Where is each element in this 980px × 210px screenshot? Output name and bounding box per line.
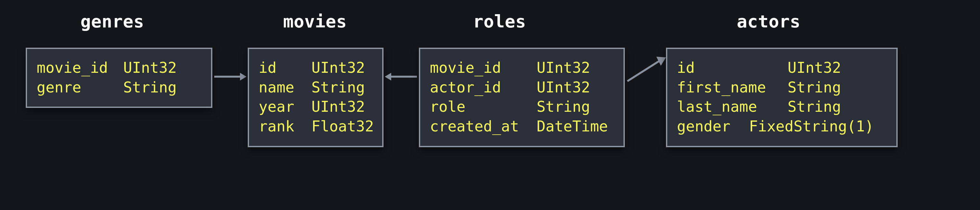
column-name: genre xyxy=(37,78,109,97)
table-row: actor_id UInt32 xyxy=(430,78,614,97)
column-type: String xyxy=(537,97,590,117)
table-row: movie_id UInt32 xyxy=(430,58,614,78)
column-type: UInt32 xyxy=(312,97,365,117)
column-name: movie_id xyxy=(37,58,109,78)
table-box-roles: movie_id UInt32 actor_id UInt32 role Str… xyxy=(419,48,625,147)
column-name: gender xyxy=(677,117,735,136)
table-title-actors: actors xyxy=(737,11,800,32)
column-name: last_name xyxy=(677,97,773,117)
column-name: name xyxy=(259,78,297,97)
column-type: FixedString(1) xyxy=(749,117,874,136)
column-name: movie_id xyxy=(430,58,522,78)
table-row: id UInt32 xyxy=(677,58,887,78)
column-type: UInt32 xyxy=(312,58,365,78)
column-type: UInt32 xyxy=(788,58,841,78)
svg-line-4 xyxy=(627,61,659,81)
relation-arrow-roles-actors xyxy=(625,55,667,84)
relation-arrow-roles-movies xyxy=(384,70,418,83)
table-title-movies: movies xyxy=(283,11,347,32)
column-type: String xyxy=(123,78,177,97)
column-type: UInt32 xyxy=(123,58,177,78)
column-type: DateTime xyxy=(537,117,608,136)
column-type: String xyxy=(788,97,841,117)
column-type: Float32 xyxy=(312,117,374,136)
relation-arrow-genres-movies xyxy=(213,70,247,83)
table-row: name String xyxy=(259,78,372,97)
table-row: id UInt32 xyxy=(259,58,372,78)
table-title-genres: genres xyxy=(80,11,144,32)
column-type: UInt32 xyxy=(537,78,590,97)
table-row: gender FixedString(1) xyxy=(677,117,887,136)
table-row: role String xyxy=(430,97,614,117)
table-row: created_at DateTime xyxy=(430,117,614,136)
table-row: last_name String xyxy=(677,97,887,117)
table-row: rank Float32 xyxy=(259,117,372,136)
table-box-movies: id UInt32 name String year UInt32 rank F… xyxy=(248,48,383,147)
column-name: role xyxy=(430,97,522,117)
svg-marker-1 xyxy=(240,73,247,80)
column-name: first_name xyxy=(677,78,773,97)
table-row: movie_id UInt32 xyxy=(37,58,201,78)
table-box-genres: movie_id UInt32 genre String xyxy=(26,48,212,108)
column-name: year xyxy=(259,97,297,117)
column-name: rank xyxy=(259,117,297,136)
svg-marker-3 xyxy=(385,73,391,80)
column-type: String xyxy=(312,78,365,97)
column-type: String xyxy=(788,78,841,97)
column-type: UInt32 xyxy=(537,58,590,78)
schema-diagram: genres movies roles actors movie_id UInt… xyxy=(0,0,980,210)
table-title-roles: roles xyxy=(473,11,526,32)
table-row: year UInt32 xyxy=(259,97,372,117)
column-name: created_at xyxy=(430,117,522,136)
column-name: id xyxy=(259,58,297,78)
column-name: actor_id xyxy=(430,78,522,97)
table-box-actors: id UInt32 first_name String last_name St… xyxy=(666,48,898,147)
table-row: genre String xyxy=(37,78,201,97)
table-row: first_name String xyxy=(677,78,887,97)
column-name: id xyxy=(677,58,773,78)
